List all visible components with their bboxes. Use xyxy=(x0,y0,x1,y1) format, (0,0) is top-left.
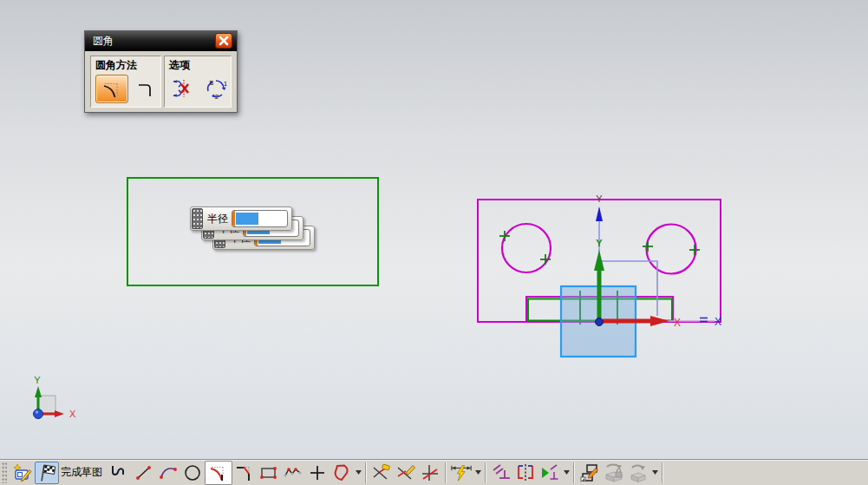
close-button[interactable] xyxy=(215,33,232,49)
profile-icon xyxy=(108,462,131,483)
options-label: 选项 xyxy=(169,58,231,73)
datum-y-label: Y xyxy=(596,193,603,204)
chamfer-icon xyxy=(233,462,256,483)
finish-sketch-label: 完成草图 xyxy=(61,465,102,480)
delete-third-curve-icon xyxy=(172,78,196,99)
fillet-untrim-icon xyxy=(136,80,155,99)
chevron-down-icon xyxy=(564,470,570,475)
update-model-button[interactable] xyxy=(602,462,626,484)
chevron-down-icon xyxy=(652,470,658,475)
dialog-title: 圆角 xyxy=(93,34,114,49)
triad-y-label: Y xyxy=(34,375,41,385)
radius-label: 半径 xyxy=(203,212,232,226)
triad-x-label: X xyxy=(69,409,76,419)
quick-trim-icon xyxy=(370,462,393,483)
radius-input[interactable] xyxy=(232,210,288,227)
orient-sketch-icon xyxy=(578,462,601,483)
alternate-fillet-icon: 3 1 2 xyxy=(204,77,228,100)
polygon-button[interactable] xyxy=(330,462,354,484)
triad-z-ball xyxy=(34,410,43,419)
geometric-constraints-icon xyxy=(490,462,512,483)
delay-update-icon xyxy=(627,462,649,483)
toolbar-grip[interactable] xyxy=(2,462,8,483)
wcs-triad: Y X xyxy=(34,375,77,419)
quick-trim-button[interactable] xyxy=(369,462,394,484)
animate-constraints-button[interactable] xyxy=(538,462,562,484)
x-axis-arrowhead xyxy=(650,316,669,326)
rectangle-icon xyxy=(258,462,280,483)
toolbar-separator xyxy=(365,462,367,483)
studio-spline-button[interactable] xyxy=(281,462,305,484)
sketch-y-arrowhead xyxy=(596,206,603,221)
fillet-icon xyxy=(207,462,230,483)
fillet-method-group: 圆角方法 xyxy=(90,56,161,108)
make-corner-icon xyxy=(419,462,441,483)
fillet-trim-icon xyxy=(102,80,121,99)
svg-text:1: 1 xyxy=(224,80,228,88)
toolbar-separator xyxy=(485,462,486,483)
point-icon xyxy=(306,462,329,483)
close-icon xyxy=(219,36,229,46)
sketch-toolbar: 完成草图 xyxy=(0,459,868,485)
geometric-constraints-button[interactable] xyxy=(489,462,513,484)
arc-icon xyxy=(157,462,179,483)
right-circle[interactable] xyxy=(647,225,696,274)
drag-handle[interactable] xyxy=(192,208,203,229)
y-axis-label: Y xyxy=(596,238,603,248)
fillet-method-label: 圆角方法 xyxy=(95,58,160,73)
chamfer-button[interactable] xyxy=(232,462,257,484)
orient-sketch-button[interactable] xyxy=(578,462,602,484)
animate-constraints-dropdown[interactable] xyxy=(562,462,571,484)
delete-third-curve-button[interactable] xyxy=(169,75,199,102)
rapid-dimension-icon xyxy=(450,462,473,483)
polygon-icon xyxy=(330,462,353,483)
line-icon xyxy=(133,462,155,483)
polygon-dropdown[interactable] xyxy=(354,462,362,484)
svg-text:2: 2 xyxy=(215,93,219,100)
update-dropdown[interactable] xyxy=(650,462,659,484)
rapid-dimension-dropdown[interactable] xyxy=(473,462,482,484)
dialog-titlebar[interactable]: 圆角 xyxy=(85,31,237,51)
quick-extend-button[interactable] xyxy=(394,462,418,484)
circle-icon xyxy=(181,462,204,483)
sketch-origin-point xyxy=(596,318,604,326)
nx-sketch-window: { "dialog": { "title": "圆角", "groups": [… xyxy=(0,0,868,485)
animate-constraints-icon xyxy=(538,462,561,483)
chevron-down-icon xyxy=(475,470,481,475)
y-axis-arrowhead xyxy=(594,250,604,271)
studio-spline-icon xyxy=(282,462,304,483)
toolbar-separator xyxy=(662,462,663,483)
delay-update-button[interactable] xyxy=(626,462,650,484)
x-axis-label: X xyxy=(674,317,681,329)
sketch-icon xyxy=(11,462,34,483)
line-button[interactable] xyxy=(132,462,156,484)
make-corner-button[interactable] xyxy=(418,462,442,484)
show-constraints-button[interactable] xyxy=(513,462,538,484)
profile-button[interactable] xyxy=(108,462,132,484)
svg-text:3: 3 xyxy=(210,79,214,87)
toolbar-separator xyxy=(445,462,447,483)
point-button[interactable] xyxy=(305,462,330,484)
alternate-fillet-button[interactable]: 3 1 2 xyxy=(201,75,231,102)
toolbar-separator xyxy=(573,462,575,483)
options-group: 选项 xyxy=(164,56,232,108)
sketch-button[interactable] xyxy=(10,462,35,484)
fillet-dialog: 圆角 圆角方法 xyxy=(84,30,238,113)
finish-flag-icon xyxy=(36,462,58,483)
arc-button[interactable] xyxy=(156,462,180,484)
rectangle-button[interactable] xyxy=(257,462,281,484)
fillet-button[interactable] xyxy=(205,461,232,485)
rapid-dimension-button[interactable] xyxy=(449,462,473,484)
quick-extend-icon xyxy=(395,462,417,483)
circle-button[interactable] xyxy=(180,462,205,484)
chevron-down-icon xyxy=(356,470,362,475)
show-constraints-icon xyxy=(514,462,537,483)
fillet-trim-button[interactable] xyxy=(95,75,128,103)
left-circle[interactable] xyxy=(502,224,551,272)
radius-input-box[interactable]: 半径 xyxy=(190,206,292,231)
update-model-icon xyxy=(603,462,625,483)
datum-x-label: X xyxy=(715,316,721,328)
fillet-untrim-button[interactable] xyxy=(131,75,160,102)
finish-sketch-button[interactable] xyxy=(35,462,59,484)
